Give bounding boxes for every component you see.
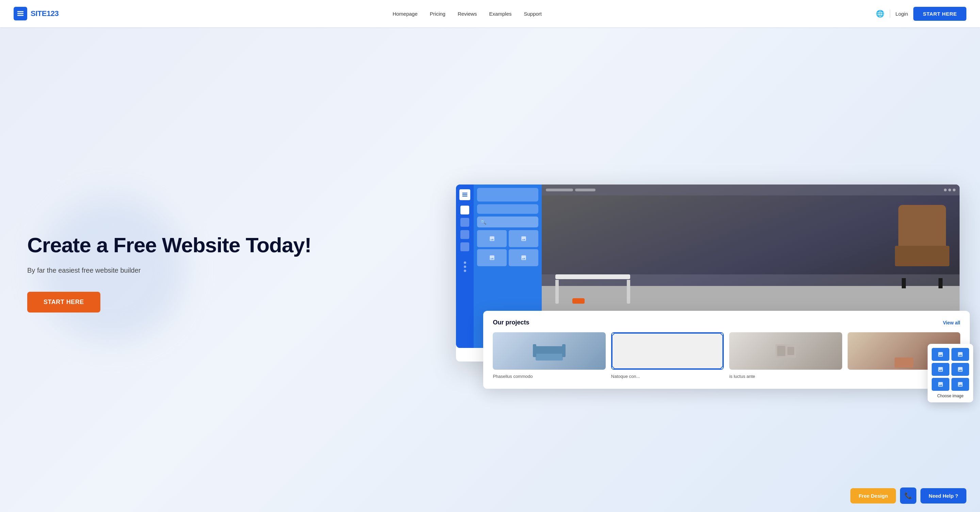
sidebar-logo-icon xyxy=(462,191,468,198)
picker-item-2[interactable] xyxy=(951,348,969,361)
panel-grid-item-3[interactable] xyxy=(477,249,507,266)
image-icon-1 xyxy=(489,236,495,242)
hero-section: Create a Free Website Today! By far the … xyxy=(0,27,980,512)
image-icon-3 xyxy=(489,255,495,261)
sidebar-dot-3 xyxy=(464,270,466,272)
sidebar-item-2[interactable] xyxy=(460,218,469,227)
hero-title: Create a Free Website Today! xyxy=(27,233,438,257)
panel-grid-item-4[interactable] xyxy=(509,249,538,266)
login-link[interactable]: Login xyxy=(896,11,908,17)
canvas-header-bar xyxy=(542,185,959,195)
svg-rect-5 xyxy=(463,196,468,196)
sidebar-item-1[interactable] xyxy=(460,206,469,214)
phone-button[interactable]: 📞 xyxy=(900,488,916,504)
nav-support[interactable]: Support xyxy=(524,11,542,17)
main-nav: Homepage Pricing Reviews Examples Suppor… xyxy=(393,11,542,17)
phone-icon: 📞 xyxy=(904,492,912,499)
sidebar-dot-2 xyxy=(464,266,466,268)
picker-icon-1 xyxy=(937,351,943,357)
project-label-3: is luctus ante xyxy=(729,374,755,379)
hero-subtitle: By far the easiest free website builder xyxy=(27,265,438,275)
canvas-header-block-1 xyxy=(546,188,573,191)
picker-item-5[interactable] xyxy=(932,378,950,391)
picker-icon-3 xyxy=(937,366,943,372)
chair-silhouette xyxy=(895,205,950,280)
project-img-inner-1 xyxy=(493,332,605,370)
project-img-2 xyxy=(611,332,724,370)
canvas-dot-3 xyxy=(953,188,956,191)
chair-leg-left xyxy=(902,278,906,288)
sidebar-item-4[interactable] xyxy=(460,242,469,251)
svg-rect-4 xyxy=(463,195,468,195)
picker-icon-2 xyxy=(957,351,963,357)
svg-rect-2 xyxy=(18,15,24,16)
project-img-inner-2 xyxy=(612,333,723,369)
editor-sidebar xyxy=(456,185,474,348)
projects-card-header: Our projects View all xyxy=(493,319,960,326)
svg-rect-1 xyxy=(18,13,24,14)
picker-item-3[interactable] xyxy=(932,363,950,376)
project-label-1: Phasellus commodo xyxy=(493,374,533,379)
nav-reviews[interactable]: Reviews xyxy=(458,11,477,17)
picker-icon-5 xyxy=(937,381,943,388)
panel-grid-item-1[interactable] xyxy=(477,230,507,247)
image-icon-2 xyxy=(520,236,527,242)
image-picker: Choose image xyxy=(928,344,973,402)
panel-block-2 xyxy=(477,204,538,214)
sidebar-dot-1 xyxy=(464,262,466,264)
logo[interactable]: SITE123 xyxy=(14,7,59,21)
project-img-inner-3 xyxy=(729,332,842,370)
globe-icon[interactable]: 🌐 xyxy=(876,10,885,18)
bottom-floats: Free Design 📞 Need Help ? xyxy=(850,488,966,504)
canvas-cta-button xyxy=(572,298,585,304)
svg-rect-3 xyxy=(463,193,468,193)
hero-right: 🔍 xyxy=(456,185,959,362)
canvas-dots xyxy=(944,188,956,191)
projects-view-all[interactable]: View all xyxy=(943,320,960,325)
header: SITE123 Homepage Pricing Reviews Example… xyxy=(0,0,980,27)
nav-examples[interactable]: Examples xyxy=(489,11,512,17)
sidebar-logo xyxy=(460,189,470,200)
project-item-1: Phasellus commodo xyxy=(493,332,605,379)
panel-block-1 xyxy=(477,188,538,201)
start-here-hero-button[interactable]: START HERE xyxy=(27,292,100,313)
free-design-button[interactable]: Free Design xyxy=(850,488,896,504)
need-help-button[interactable]: Need Help ? xyxy=(920,488,966,504)
sidebar-item-3[interactable] xyxy=(460,230,469,239)
panel-grid xyxy=(477,230,538,266)
projects-title: Our projects xyxy=(493,319,529,326)
table-silhouette xyxy=(555,274,630,304)
canvas-header-block-2 xyxy=(575,188,595,191)
projects-grid: Phasellus commodo xyxy=(493,332,960,379)
svg-rect-0 xyxy=(18,11,24,12)
nav-pricing[interactable]: Pricing xyxy=(430,11,445,17)
picker-icon-6 xyxy=(957,381,963,388)
panel-search[interactable]: 🔍 xyxy=(477,217,538,227)
projects-card: Our projects View all xyxy=(483,311,970,389)
logo-icon xyxy=(14,7,27,21)
image-icon-4 xyxy=(520,255,527,261)
hero-left: Create a Free Website Today! By far the … xyxy=(27,233,438,312)
project-item-2: Natoque con... xyxy=(611,332,724,379)
chair-leg-right xyxy=(939,278,943,288)
canvas-dot-1 xyxy=(944,188,947,191)
search-icon: 🔍 xyxy=(480,219,486,225)
chair-seat xyxy=(895,246,950,266)
picker-item-4[interactable] xyxy=(951,363,969,376)
chair-back xyxy=(898,205,946,249)
sidebar-dots xyxy=(464,262,466,272)
picker-icon-4 xyxy=(957,366,963,372)
project-img-3 xyxy=(729,332,842,370)
nav-divider xyxy=(890,10,890,18)
project-label-2: Natoque con... xyxy=(611,374,640,379)
picker-item-1[interactable] xyxy=(932,348,950,361)
logo-text: SITE123 xyxy=(30,9,59,18)
picker-grid xyxy=(932,348,969,391)
project-item-3: is luctus ante xyxy=(729,332,842,379)
browser-mockup: 🔍 xyxy=(456,185,959,362)
picker-item-6[interactable] xyxy=(951,378,969,391)
nav-homepage[interactable]: Homepage xyxy=(393,11,417,17)
picker-label: Choose image xyxy=(932,394,969,398)
panel-grid-item-2[interactable] xyxy=(509,230,538,247)
start-here-header-button[interactable]: START HERE xyxy=(913,7,966,21)
